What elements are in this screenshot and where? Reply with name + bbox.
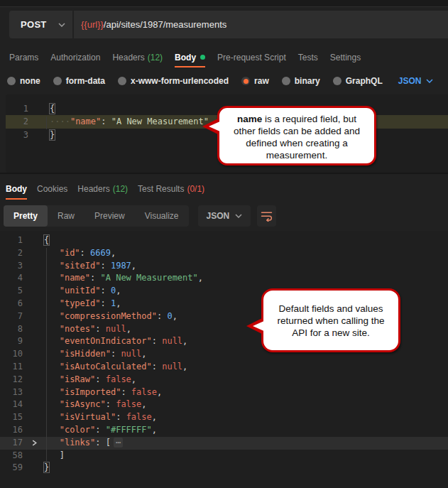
tab-label: Test Results bbox=[138, 184, 184, 194]
body-mode-graphql[interactable]: GraphQL bbox=[333, 76, 383, 86]
line-number: 9 bbox=[0, 335, 31, 348]
response-format-select[interactable]: JSON bbox=[198, 205, 251, 227]
tab-headers[interactable]: Headers(12) bbox=[112, 47, 163, 67]
response-body-editor[interactable]: 1{2 "id": 6669,3 "siteId": 1987,4 "name"… bbox=[0, 231, 448, 488]
tab-label: Tests bbox=[298, 53, 318, 63]
code-line[interactable]: 14 "isAsync": false, bbox=[0, 398, 448, 411]
headers-count: (12) bbox=[148, 53, 163, 63]
view-label: Preview bbox=[94, 211, 125, 221]
view-preview[interactable]: Preview bbox=[84, 205, 135, 227]
wrap-text-button[interactable] bbox=[257, 205, 276, 227]
code-text: "isAsync": false, bbox=[44, 398, 448, 411]
code-line[interactable]: 16 "color": "#FFFFFF", bbox=[0, 424, 448, 437]
body-mode-binary[interactable]: binary bbox=[282, 76, 320, 86]
tab-response-headers[interactable]: Headers(12) bbox=[77, 179, 128, 200]
format-label: JSON bbox=[398, 76, 422, 86]
tab-response-body[interactable]: Body bbox=[6, 179, 27, 200]
tab-label: Headers bbox=[112, 53, 144, 63]
url-input[interactable]: {{url}}/api/sites/1987/measurements bbox=[74, 11, 448, 38]
tab-tests[interactable]: Tests bbox=[298, 47, 318, 67]
callout-default-fields: Default fields and values returned when … bbox=[261, 288, 400, 352]
body-mode-form-data[interactable]: form-data bbox=[53, 76, 105, 86]
line-number: 58 bbox=[0, 450, 31, 462]
headers-count: (12) bbox=[113, 184, 128, 194]
code-line[interactable]: 11 "isAutoCalculated": null, bbox=[0, 361, 448, 374]
tab-settings[interactable]: Settings bbox=[330, 47, 361, 67]
line-number: 3 bbox=[6, 129, 37, 141]
code-line[interactable]: 15 "isVirtual": false, bbox=[0, 411, 448, 424]
tab-label: Body bbox=[175, 53, 196, 63]
line-number: 6 bbox=[0, 298, 31, 310]
code-text: "isRaw": false, bbox=[44, 374, 448, 386]
view-label: Visualize bbox=[145, 211, 179, 221]
code-text: "isVirtual": false, bbox=[44, 411, 448, 424]
view-label: Raw bbox=[58, 211, 75, 221]
tab-pre-request-script[interactable]: Pre-request Script bbox=[217, 47, 286, 67]
wrap-text-icon bbox=[261, 211, 273, 222]
line-number: 13 bbox=[0, 386, 31, 399]
body-mode-raw[interactable]: raw bbox=[241, 76, 269, 86]
mode-label: none bbox=[20, 76, 40, 86]
code-line[interactable]: 1{ bbox=[0, 234, 448, 247]
code-text: "color": "#FFFFFF", bbox=[44, 424, 448, 437]
tab-body[interactable]: Body bbox=[175, 47, 205, 67]
line-number: 3 bbox=[0, 260, 31, 273]
postman-window: POST {{url}}/api/sites/1987/measurements… bbox=[0, 0, 448, 488]
view-visualize[interactable]: Visualize bbox=[135, 205, 189, 227]
line-number: 4 bbox=[0, 272, 31, 285]
response-view-toolbar: Pretty Raw Preview Visualize JSON bbox=[4, 205, 276, 227]
chevron-down-icon bbox=[235, 214, 242, 218]
code-text: "id": 6669, bbox=[44, 247, 448, 260]
chevron-down-icon bbox=[58, 23, 65, 27]
window-top-strip bbox=[0, 0, 448, 7]
view-raw[interactable]: Raw bbox=[48, 205, 84, 227]
view-segment-group: Pretty Raw Preview Visualize bbox=[4, 205, 189, 227]
code-line[interactable]: 59} bbox=[0, 462, 448, 475]
line-number: 15 bbox=[0, 411, 31, 424]
method-select[interactable]: POST bbox=[9, 11, 72, 38]
code-line[interactable]: 12 "isRaw": false, bbox=[0, 374, 448, 386]
callout-text: Default fields and values returned when … bbox=[274, 303, 388, 339]
tab-authorization[interactable]: Authorization bbox=[50, 47, 100, 67]
radio-selected-icon bbox=[241, 77, 250, 85]
line-number: 10 bbox=[0, 348, 31, 361]
fold-chevron-icon[interactable] bbox=[31, 440, 44, 446]
code-line[interactable]: 4 "name": "A New Measurement", bbox=[0, 272, 448, 285]
section-divider bbox=[0, 173, 448, 174]
code-text: "name": "A New Measurement", bbox=[44, 272, 448, 285]
callout-name-required: name is a required field, but other fiel… bbox=[217, 106, 376, 166]
body-mode-none[interactable]: none bbox=[7, 76, 40, 86]
radio-icon bbox=[282, 77, 290, 85]
url-variable: {{url}} bbox=[81, 19, 104, 30]
url-path: /api/sites/1987/measurements bbox=[104, 19, 226, 30]
code-text: } bbox=[44, 462, 448, 475]
indent-guide bbox=[46, 248, 47, 461]
tab-test-results[interactable]: Test Results(0/1) bbox=[138, 179, 204, 200]
chevron-down-icon bbox=[426, 79, 433, 83]
mode-label: binary bbox=[295, 76, 320, 86]
body-mode-x-www-form-urlencoded[interactable]: x-www-form-urlencoded bbox=[118, 76, 229, 86]
body-mode-row: none form-data x-www-form-urlencoded raw… bbox=[7, 72, 433, 90]
view-pretty[interactable]: Pretty bbox=[4, 205, 48, 227]
code-text: "links": [⋯ bbox=[44, 437, 448, 450]
line-number: 17 bbox=[0, 437, 31, 450]
radio-icon bbox=[7, 77, 16, 85]
view-label: Pretty bbox=[13, 211, 38, 221]
code-line[interactable]: 58 ] bbox=[0, 450, 448, 462]
code-line[interactable]: 3 "siteId": 1987, bbox=[0, 260, 448, 273]
tab-label: Authorization bbox=[50, 53, 100, 63]
body-format-select[interactable]: JSON bbox=[398, 76, 434, 86]
tab-label: Cookies bbox=[37, 184, 67, 194]
request-url-row: POST {{url}}/api/sites/1987/measurements bbox=[9, 11, 448, 38]
tab-label: Body bbox=[6, 184, 27, 194]
code-line[interactable]: 17 "links": [⋯ bbox=[0, 437, 448, 450]
code-line[interactable]: 2 "id": 6669, bbox=[0, 247, 448, 260]
mode-label: GraphQL bbox=[346, 76, 383, 86]
line-number: 7 bbox=[0, 310, 31, 323]
line-number: 12 bbox=[0, 374, 31, 386]
code-text: "isAutoCalculated": null, bbox=[44, 361, 448, 374]
callout-text: name is a required field, but other fiel… bbox=[233, 113, 361, 161]
code-line[interactable]: 13 "isImported": false, bbox=[0, 386, 448, 399]
tab-params[interactable]: Params bbox=[9, 47, 38, 67]
tab-cookies[interactable]: Cookies bbox=[37, 179, 67, 200]
